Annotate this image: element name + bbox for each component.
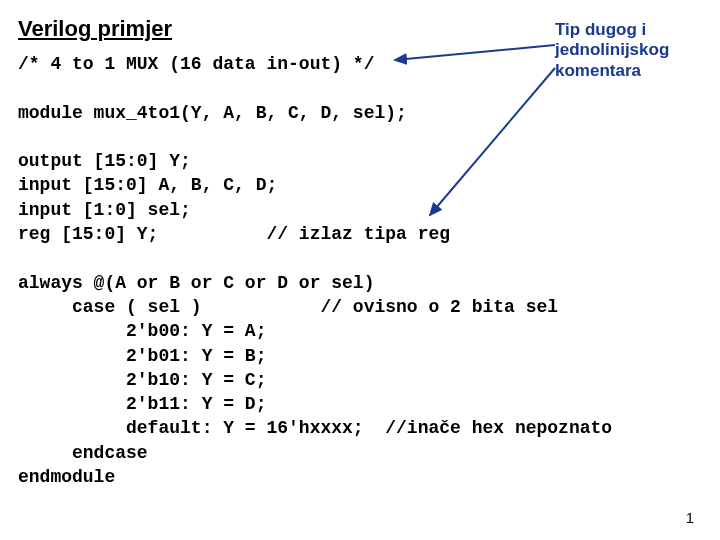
verilog-code-block: /* 4 to 1 MUX (16 data in-out) */ module…: [18, 52, 702, 489]
code-line: always @(A or B or C or D or sel): [18, 273, 374, 293]
code-line: 2'b01: Y = B;: [18, 346, 266, 366]
code-line: 2'b11: Y = D;: [18, 394, 266, 414]
comment-annotation: Tip dugog i jednolinijskog komentara: [555, 20, 669, 81]
page-number: 1: [686, 509, 694, 526]
annotation-line: Tip dugog i: [555, 20, 646, 39]
annotation-line: komentara: [555, 61, 641, 80]
code-line: reg [15:0] Y; // izlaz tipa reg: [18, 224, 450, 244]
code-line: 2'b00: Y = A;: [18, 321, 266, 341]
code-line: module mux_4to1(Y, A, B, C, D, sel);: [18, 103, 407, 123]
code-line: case ( sel ) // ovisno o 2 bita sel: [18, 297, 558, 317]
code-line: /* 4 to 1 MUX (16 data in-out) */: [18, 54, 374, 74]
code-line: default: Y = 16'hxxxx; //inače hex nepoz…: [18, 418, 612, 438]
code-line: endcase: [18, 443, 148, 463]
code-line: 2'b10: Y = C;: [18, 370, 266, 390]
code-line: output [15:0] Y;: [18, 151, 191, 171]
code-line: input [15:0] A, B, C, D;: [18, 175, 277, 195]
annotation-line: jednolinijskog: [555, 40, 669, 59]
code-line: input [1:0] sel;: [18, 200, 191, 220]
code-line: endmodule: [18, 467, 115, 487]
